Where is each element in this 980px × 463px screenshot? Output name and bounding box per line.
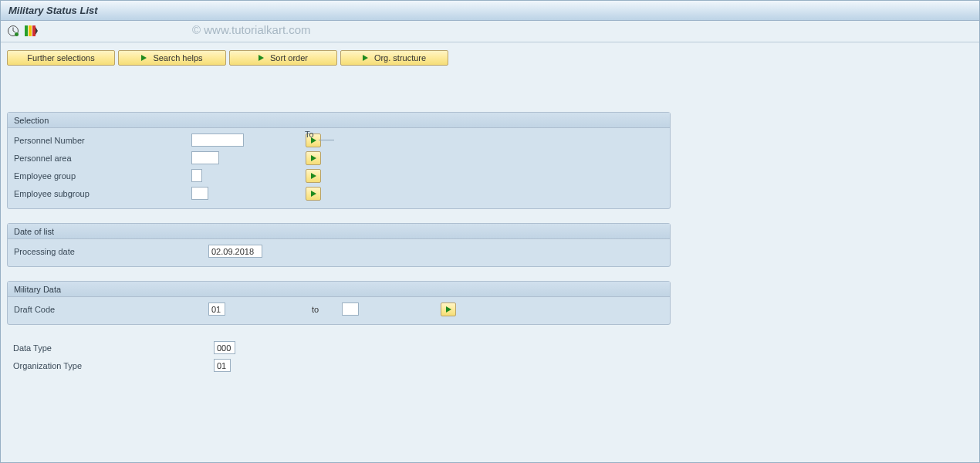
data-type-row: Data Type bbox=[7, 339, 973, 357]
draft-code-to-input[interactable] bbox=[342, 302, 359, 316]
selection-group: Selection Personnel Number Personnel are… bbox=[7, 112, 671, 209]
to-column-header: To bbox=[305, 130, 314, 139]
execute-icon[interactable] bbox=[7, 25, 19, 39]
further-selections-button[interactable]: Further selections bbox=[7, 50, 115, 66]
military-data-group: Military Data Draft Code to bbox=[7, 281, 671, 325]
draft-code-row: Draft Code to bbox=[14, 300, 664, 318]
svg-line-2 bbox=[13, 31, 15, 32]
processing-date-row: Processing date bbox=[14, 242, 664, 260]
arrow-right-icon bbox=[311, 173, 316, 179]
personnel-area-input[interactable] bbox=[191, 151, 219, 164]
processing-date-input[interactable] bbox=[208, 245, 262, 258]
arrow-right-icon bbox=[363, 55, 368, 61]
personnel-area-row: Personnel area bbox=[14, 149, 664, 167]
layout-icon[interactable] bbox=[24, 25, 38, 39]
data-type-input[interactable] bbox=[214, 341, 235, 354]
data-type-label: Data Type bbox=[13, 343, 214, 353]
further-selections-label: Further selections bbox=[27, 53, 94, 63]
draft-code-multiselect-button[interactable] bbox=[441, 302, 456, 316]
svg-rect-4 bbox=[25, 25, 28, 36]
date-of-list-group: Date of list Processing date bbox=[7, 223, 671, 267]
arrow-right-icon bbox=[446, 306, 451, 313]
sort-order-label: Sort order bbox=[270, 53, 308, 63]
arrow-right-icon bbox=[311, 191, 316, 197]
watermark: © www.tutorialkart.com bbox=[192, 23, 311, 36]
organization-type-label: Organization Type bbox=[13, 361, 214, 370]
draft-code-to-label: to bbox=[312, 305, 319, 314]
draft-code-from-input[interactable] bbox=[208, 302, 225, 316]
svg-rect-6 bbox=[32, 25, 35, 36]
employee-group-input[interactable] bbox=[191, 169, 202, 182]
employee-group-label: Employee group bbox=[14, 171, 191, 181]
selection-header: Selection bbox=[8, 113, 670, 128]
appbar: © www.tutorialkart.com bbox=[1, 21, 979, 42]
selection-toolbar: Further selections Search helps Sort ord… bbox=[7, 50, 973, 66]
arrow-right-icon bbox=[141, 55, 147, 61]
search-helps-button[interactable]: Search helps bbox=[118, 50, 226, 66]
content: Further selections Search helps Sort ord… bbox=[1, 42, 979, 382]
titlebar: Military Status List bbox=[1, 1, 979, 21]
personnel-number-label: Personnel Number bbox=[14, 136, 191, 145]
page-title: Military Status List bbox=[8, 5, 98, 16]
org-structure-label: Org. structure bbox=[374, 53, 426, 63]
organization-type-row: Organization Type bbox=[7, 357, 973, 374]
window: Military Status List © www.tutorialkart.… bbox=[0, 0, 980, 463]
org-structure-button[interactable]: Org. structure bbox=[340, 50, 448, 66]
draft-code-label: Draft Code bbox=[14, 305, 208, 314]
employee-subgroup-input[interactable] bbox=[191, 187, 208, 200]
military-data-header: Military Data bbox=[8, 282, 670, 297]
personnel-number-input[interactable] bbox=[191, 133, 244, 147]
employee-subgroup-row: Employee subgroup bbox=[14, 184, 664, 202]
search-helps-label: Search helps bbox=[153, 53, 202, 63]
employee-subgroup-multiselect-button[interactable] bbox=[306, 187, 321, 201]
sort-order-button[interactable]: Sort order bbox=[229, 50, 337, 66]
arrow-right-icon bbox=[259, 55, 264, 61]
to-column-underline bbox=[319, 140, 334, 140]
employee-group-multiselect-button[interactable] bbox=[306, 169, 321, 183]
employee-subgroup-label: Employee subgroup bbox=[14, 189, 191, 198]
svg-point-3 bbox=[15, 32, 19, 36]
arrow-right-icon bbox=[311, 155, 316, 161]
processing-date-label: Processing date bbox=[14, 247, 208, 256]
organization-type-input[interactable] bbox=[214, 359, 231, 372]
personnel-area-multiselect-button[interactable] bbox=[306, 151, 321, 165]
personnel-area-label: Personnel area bbox=[14, 154, 191, 163]
date-of-list-header: Date of list bbox=[8, 224, 670, 239]
svg-rect-5 bbox=[29, 25, 32, 36]
personnel-number-row: Personnel Number bbox=[14, 131, 664, 149]
employee-group-row: Employee group bbox=[14, 167, 664, 184]
